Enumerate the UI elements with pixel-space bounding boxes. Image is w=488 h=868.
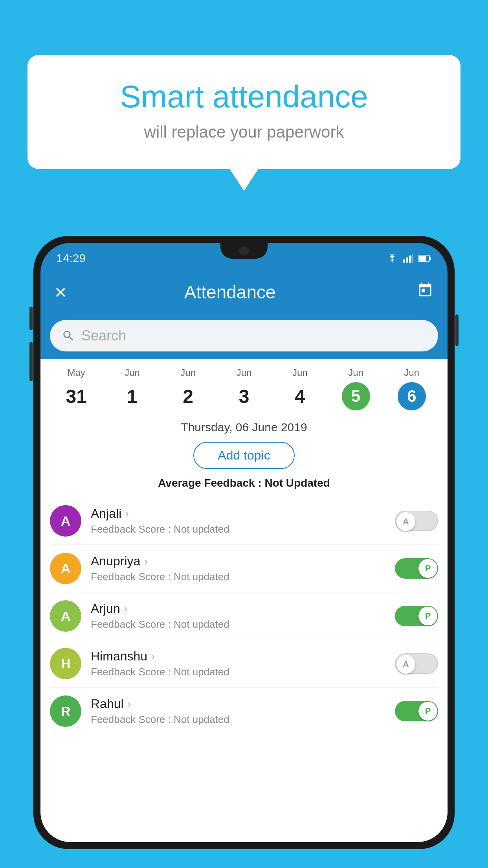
search-bar-container: Search <box>40 314 448 359</box>
avatar: R <box>50 695 81 727</box>
status-icons <box>386 254 432 263</box>
calendar-day[interactable]: Jun3 <box>216 367 272 410</box>
avatar: A <box>50 505 81 537</box>
student-row: HHimanshu ›Feedback Score : Not updatedA <box>50 640 438 688</box>
student-row: RRahul ›Feedback Score : Not updatedP <box>50 688 438 735</box>
student-name[interactable]: Rahul › <box>91 697 385 711</box>
chevron-right-icon: › <box>125 508 129 520</box>
student-name[interactable]: Anupriya › <box>91 554 385 568</box>
feedback-score: Feedback Score : Not updated <box>91 714 385 726</box>
calendar-icon[interactable] <box>417 282 433 302</box>
bubble-title: Smart attendance <box>59 79 429 115</box>
phone-outer: 14:29 <box>33 236 455 849</box>
battery-icon <box>418 254 432 262</box>
student-name[interactable]: Arjun › <box>91 601 385 616</box>
student-info: Anjali ›Feedback Score : Not updated <box>91 506 385 535</box>
calendar-day[interactable]: Jun4 <box>272 367 328 410</box>
bubble-subtitle: will replace your paperwork <box>59 123 429 142</box>
svg-rect-5 <box>429 257 431 260</box>
student-info: Rahul ›Feedback Score : Not updated <box>91 697 385 726</box>
avatar: H <box>50 648 81 679</box>
attendance-toggle[interactable]: P <box>395 558 438 579</box>
feedback-score: Feedback Score : Not updated <box>91 666 385 678</box>
avg-feedback: Average Feedback : Not Updated <box>40 477 448 489</box>
avatar: A <box>50 600 81 632</box>
search-input[interactable]: Search <box>81 327 126 344</box>
svg-rect-1 <box>406 257 408 263</box>
wifi-icon <box>386 254 398 263</box>
chevron-right-icon: › <box>151 650 155 662</box>
svg-rect-6 <box>418 256 426 261</box>
avatar: A <box>50 553 81 584</box>
app-bar-title: Attendance <box>78 281 382 303</box>
phone-screen: 14:29 <box>40 243 448 842</box>
avg-feedback-label: Average Feedback : <box>158 477 262 489</box>
chevron-right-icon: › <box>128 698 131 710</box>
phone-side-button-power <box>455 314 459 346</box>
student-name[interactable]: Himanshu › <box>91 649 385 664</box>
close-icon[interactable]: × <box>55 280 66 304</box>
svg-rect-2 <box>409 256 411 263</box>
student-name[interactable]: Anjali › <box>91 506 385 521</box>
app-bar: × Attendance <box>40 270 448 314</box>
status-time: 14:29 <box>56 252 86 265</box>
signal-icon <box>403 254 413 263</box>
svg-rect-3 <box>412 254 413 263</box>
calendar-day[interactable]: Jun6 <box>384 367 440 410</box>
feedback-score: Feedback Score : Not updated <box>91 618 385 631</box>
student-row: AAnjali ›Feedback Score : Not updatedA <box>50 497 438 545</box>
avg-feedback-value: Not Updated <box>264 477 330 489</box>
student-info: Himanshu ›Feedback Score : Not updated <box>91 649 385 678</box>
phone-side-button-vol-down <box>29 342 33 381</box>
student-list: AAnjali ›Feedback Score : Not updatedAAA… <box>40 497 448 735</box>
phone-screen-content: Search May31Jun1Jun2Jun3Jun4Jun5Jun6 Thu… <box>40 314 448 842</box>
feedback-score: Feedback Score : Not updated <box>91 523 385 535</box>
phone-camera <box>239 246 249 256</box>
student-row: AAnupriya ›Feedback Score : Not updatedP <box>50 545 438 592</box>
calendar-day[interactable]: Jun5 <box>328 367 383 410</box>
student-info: Arjun ›Feedback Score : Not updated <box>91 601 385 631</box>
student-info: Anupriya ›Feedback Score : Not updated <box>91 554 385 583</box>
chevron-right-icon: › <box>144 555 148 567</box>
add-topic-button[interactable]: Add topic <box>193 442 294 469</box>
svg-rect-0 <box>403 259 405 263</box>
phone-side-button-vol-up <box>29 307 33 330</box>
student-row: AArjun ›Feedback Score : Not updatedP <box>50 592 438 640</box>
calendar-day[interactable]: Jun1 <box>104 367 160 410</box>
attendance-toggle[interactable]: P <box>395 701 438 721</box>
calendar-strip: May31Jun1Jun2Jun3Jun4Jun5Jun6 <box>40 359 448 414</box>
search-bar[interactable]: Search <box>50 320 438 351</box>
chevron-right-icon: › <box>124 603 128 615</box>
attendance-toggle[interactable]: A <box>395 653 438 674</box>
attendance-toggle[interactable]: P <box>395 606 438 626</box>
phone-notch <box>220 243 268 259</box>
feedback-score: Feedback Score : Not updated <box>91 571 385 583</box>
attendance-toggle[interactable]: A <box>395 511 438 531</box>
speech-bubble: Smart attendance will replace your paper… <box>28 55 460 169</box>
selected-date-label: Thursday, 06 June 2019 <box>40 421 448 434</box>
calendar-day[interactable]: May31 <box>48 367 104 410</box>
search-icon <box>62 329 75 342</box>
speech-bubble-container: Smart attendance will replace your paper… <box>28 55 460 169</box>
calendar-day[interactable]: Jun2 <box>160 367 216 410</box>
phone-wrapper: 14:29 <box>33 236 455 868</box>
